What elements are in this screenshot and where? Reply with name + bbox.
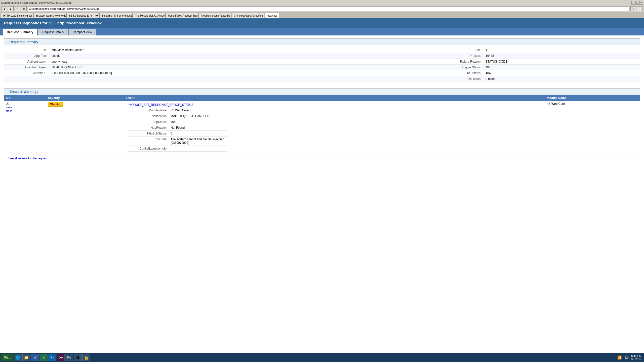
authentication-value: anonymous — [50, 59, 438, 65]
process-value: 10428 — [484, 53, 640, 59]
table-header-row: No.↓ Severity Event Module Name — [4, 95, 640, 101]
url-label: Url — [4, 47, 50, 53]
app-pool-value: urlsdk — [50, 53, 438, 59]
main-content: – Request Summary Url http://localhost:8… — [0, 35, 644, 171]
table-row: ErrorCode The system cannot find the fil… — [128, 137, 227, 146]
failure-reason-value: STATUS_CODE — [484, 59, 640, 65]
back-button[interactable]: ◀ — [2, 6, 7, 11]
table-row: ConfigExceptionInfo — [128, 146, 227, 152]
table-row: 21. viewtrace Warning – MODULE_SET_RESPO… — [4, 101, 640, 153]
table-row: Time Taken 0 msec — [4, 76, 640, 82]
browser-tab-6[interactable]: Troubleshooting Failed Re... — [199, 13, 231, 18]
table-row: ModuleName IIS Web Core — [128, 108, 227, 113]
col-no: No.↓ — [4, 95, 46, 101]
failure-reason-label: Failure Reason — [438, 59, 484, 65]
browser-tab-0[interactable]: HTTP Load Balancing usin... — [1, 13, 34, 18]
browser-tab-2[interactable]: IIS 8.0 Detailed Error - 404.0... — [67, 13, 100, 18]
severity-cell: Warning — [46, 101, 124, 153]
request-summary-content: Url http://localhost:80/hello2 Site 1 Ap… — [4, 45, 640, 84]
request-summary-table: Url http://localhost:80/hello2 Site 1 Ap… — [4, 47, 640, 82]
minimize-button[interactable]: — — [631, 1, 635, 5]
tab-bar: Request Summary Request Details Compact … — [0, 28, 644, 35]
trigger-status-label: Trigger Status — [438, 65, 484, 70]
browser-chrome: C:\inetpub\logs\FailedReqLogFiles\W3SVC1… — [0, 0, 644, 18]
col-severity: Severity — [46, 95, 124, 101]
empty-value — [50, 76, 438, 82]
time-taken-label: Time Taken — [438, 76, 484, 82]
process-label: Process — [438, 53, 484, 59]
browser-tab-3[interactable]: Installing IIS 8 on Windows... — [100, 13, 133, 18]
browser-tab-8[interactable]: localhost — [265, 13, 279, 18]
tab-compact-view[interactable]: Compact View — [68, 29, 96, 35]
browser-tab-7[interactable]: C:\inetpub\logs\FailedReq... — [232, 13, 264, 18]
empty-label — [4, 76, 50, 82]
address-bar: ◀ ▶ ✕ ↻ 🔍 → — [0, 6, 644, 12]
table-row: App Pool urlsdk Process 10428 — [4, 53, 640, 59]
close-button[interactable]: ✕ — [639, 1, 643, 5]
site-label: Site — [438, 47, 484, 53]
table-row: HttpSubStatus 0 — [128, 131, 227, 137]
http-sub-status-label: HttpSubStatus — [128, 131, 169, 137]
notification-value: MAP_REQUEST_HANDLER — [169, 113, 227, 119]
module-name-value: IIS Web Core — [169, 108, 227, 113]
table-row: Authentication anonymous Failure Reason … — [4, 59, 640, 65]
tab-request-details[interactable]: Request Details — [38, 29, 68, 35]
stop-button[interactable]: ✕ — [15, 6, 20, 11]
table-row: Url http://localhost:80/hello2 Site 1 — [4, 47, 640, 53]
http-status-value: 404 — [169, 119, 227, 125]
activity-id-label: Activity ID — [4, 70, 50, 76]
search-icon[interactable]: 🔍 — [630, 6, 636, 11]
event-cell: – MODULE_SET_RESPONSE_ERROR_STATUS Modul… — [124, 101, 545, 153]
app-pool-label: App Pool — [4, 53, 50, 59]
browser-tab-4[interactable]: The Module DLL C:\Windo... — [133, 13, 166, 18]
address-input[interactable] — [28, 6, 629, 11]
url-value: http://localhost:80/hello2 — [50, 47, 438, 53]
http-reason-value: Not Found — [169, 125, 227, 131]
request-summary-header[interactable]: – Request Summary — [4, 39, 640, 45]
table-row: HttpStatus 404 — [128, 119, 227, 125]
col-module-name: Module Name — [545, 95, 640, 101]
request-summary-section: – Request Summary Url http://localhost:8… — [4, 38, 640, 84]
errors-table: No.↓ Severity Event Module Name 21. view… — [4, 95, 640, 153]
forward-button[interactable]: ▶ — [8, 6, 14, 11]
event-name-link[interactable]: – MODULE_SET_RESPONSE_ERROR_STATUS — [126, 103, 193, 107]
time-taken-value: 0 msec — [484, 76, 640, 82]
http-sub-status-value: 0 — [169, 131, 227, 137]
site-value: 1 — [484, 47, 640, 53]
errors-warnings-header[interactable]: – Errors & Warnings — [4, 88, 640, 95]
refresh-button[interactable]: ↻ — [21, 6, 27, 11]
title-bar: C:\inetpub\logs\FailedReqLogFiles\W3SVC1… — [0, 0, 644, 6]
table-row: HttpReason Not Found — [128, 125, 227, 131]
error-code-value: The system cannot find the file specifie… — [169, 137, 227, 146]
http-status-label: HttpStatus — [128, 119, 169, 125]
table-row: Activity ID {00000000-0000-0000-1600-008… — [4, 70, 640, 76]
errors-warnings-section: – Errors & Warnings No.↓ Severity Event … — [4, 88, 640, 164]
table-row: User from token NT AUTHORITY\IUSR Trigge… — [4, 65, 640, 70]
error-code-label: ErrorCode — [128, 137, 169, 146]
col-event: Event — [124, 95, 545, 101]
see-all-events-link[interactable]: See all events for the request — [6, 155, 50, 162]
row-number: 21. viewtrace — [4, 101, 46, 153]
view-trace-link[interactable]: viewtrace — [6, 106, 44, 113]
user-from-token-label: User from token — [4, 65, 50, 70]
restore-button[interactable]: ❐ — [635, 1, 639, 5]
table-row: Notification MAP_REQUEST_HANDLER — [128, 113, 227, 119]
module-name-label: ModuleName — [128, 108, 169, 113]
config-exception-value — [169, 146, 227, 152]
event-detail-table: ModuleName IIS Web Core Notification MAP… — [128, 108, 227, 152]
warning-badge: Warning — [48, 102, 64, 107]
page-content: Request Diagnostics for GET http://local… — [0, 18, 644, 171]
final-status-value: 404 — [484, 70, 640, 76]
go-button[interactable]: → — [637, 6, 642, 11]
final-status-label: Final Status — [438, 70, 484, 76]
browser-tab-5[interactable]: Using Failed Request Traci... — [166, 13, 198, 18]
config-exception-label: ConfigExceptionInfo — [128, 146, 169, 152]
page-header: Request Diagnostics for GET http://local… — [0, 18, 644, 28]
user-from-token-value: NT AUTHORITY\IUSR — [50, 65, 438, 70]
authentication-label: Authentication — [4, 59, 50, 65]
tab-request-summary[interactable]: Request Summary — [3, 29, 37, 35]
page-title: Request Diagnostics for GET http://local… — [4, 21, 102, 25]
trigger-status-value: 404 — [484, 65, 640, 70]
browser-tab-1[interactable]: Browser won't show the de... — [34, 13, 67, 18]
see-all-container: See all events for the request — [4, 153, 640, 164]
